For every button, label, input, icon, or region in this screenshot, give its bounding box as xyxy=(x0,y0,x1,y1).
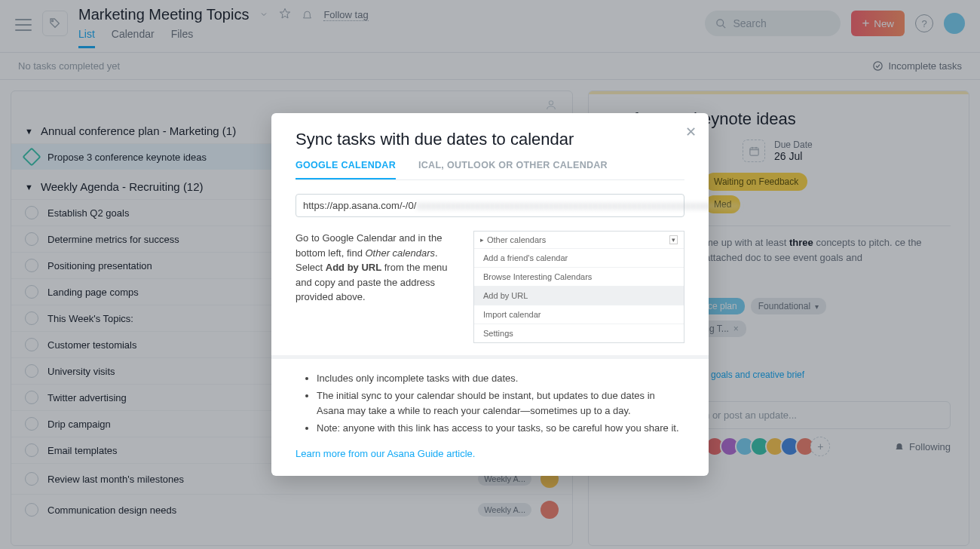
example-menu: ▸Other calendars▾ Add a friend's calenda… xyxy=(473,231,684,343)
modal-tab-ical[interactable]: ICAL, OUTLOOK OR OTHER CALENDAR xyxy=(418,160,608,179)
modal-tab-google[interactable]: GOOGLE CALENDAR xyxy=(296,160,396,179)
sync-url-input[interactable]: https://app.asana.com/-/0/xxxxxxxxxxxxxx… xyxy=(296,194,684,217)
close-icon[interactable]: ✕ xyxy=(685,124,697,140)
sync-calendar-modal: ✕ Sync tasks with due dates to calendar … xyxy=(271,113,709,476)
modal-title: Sync tasks with due dates to calendar xyxy=(296,130,684,149)
sync-instructions: Go to Google Calendar and in the bottom … xyxy=(296,231,460,305)
sync-notes-list: Includes only incomplete tasks with due … xyxy=(296,371,684,437)
learn-more-link[interactable]: Learn more from our Asana Guide article. xyxy=(296,448,475,459)
